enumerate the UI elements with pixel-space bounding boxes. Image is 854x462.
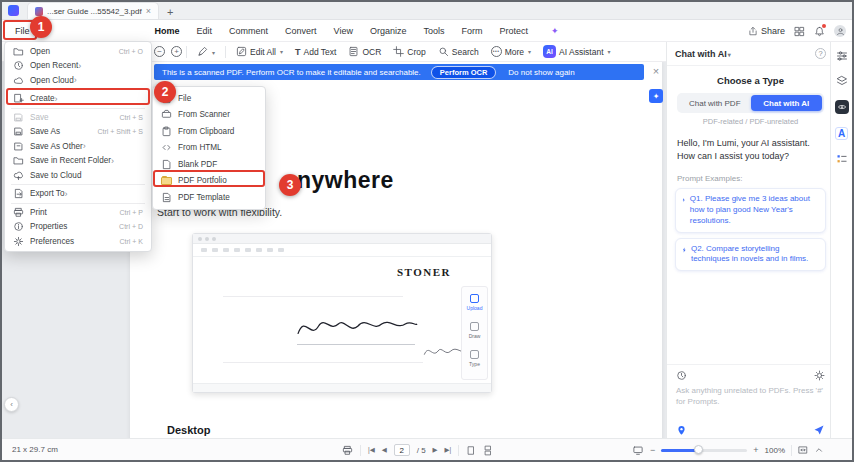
- ocr-label: OCR: [362, 47, 381, 57]
- expand-statusbar-icon[interactable]: [814, 445, 824, 455]
- submenu-item-from-clipboard[interactable]: From Clipboard: [153, 123, 265, 140]
- checklist-icon[interactable]: [836, 153, 848, 165]
- previous-page-button[interactable]: [382, 446, 387, 454]
- chat-mode-dropdown[interactable]: Chat with AI: [675, 49, 731, 59]
- tab-protect[interactable]: Protect: [499, 26, 528, 36]
- new-tab-button[interactable]: [167, 2, 173, 20]
- tab-edit[interactable]: Edit: [197, 26, 213, 36]
- form-line: [223, 362, 423, 363]
- collapse-sidebar-button[interactable]: [4, 397, 19, 412]
- gear-icon[interactable]: [814, 370, 825, 381]
- signature-graphic: [293, 306, 421, 346]
- add-text-button[interactable]: T Add Text: [295, 47, 336, 57]
- first-page-button[interactable]: [368, 446, 375, 454]
- crop-button[interactable]: Crop: [393, 46, 425, 57]
- tab-view[interactable]: View: [334, 26, 353, 36]
- account-avatar[interactable]: [834, 25, 846, 37]
- next-page-button[interactable]: [433, 446, 438, 454]
- crop-icon: [393, 46, 404, 57]
- ai-quick-access-icon[interactable]: [649, 89, 663, 103]
- sign-option-upload[interactable]: Upload: [467, 294, 483, 311]
- edit-all-button[interactable]: Edit All: [236, 46, 283, 57]
- zoom-in-button[interactable]: [753, 445, 758, 455]
- ai-sparkle-icon[interactable]: ✦: [551, 26, 559, 36]
- menu-item-save-as-other[interactable]: Save As Other: [5, 139, 151, 154]
- submenu-item-from-scanner[interactable]: From Scanner: [153, 107, 265, 124]
- notice-close-icon[interactable]: [650, 65, 662, 77]
- sign-option-label: Upload: [467, 305, 483, 311]
- help-icon[interactable]: ?: [815, 48, 826, 59]
- ocr-button[interactable]: OCR: [348, 46, 381, 57]
- apps-grid-icon[interactable]: [794, 26, 805, 37]
- tab-organize[interactable]: Organize: [370, 26, 407, 36]
- prompt-example-q1[interactable]: Q1. Please give me 3 ideas about how to …: [675, 188, 826, 232]
- menu-item-preferences[interactable]: Preferences Ctrl + K: [5, 234, 151, 249]
- file-menu-dropdown: Open Ctrl + O Open Recent Open Cloud Cre…: [4, 41, 152, 252]
- menu-item-open-recent[interactable]: Open Recent: [5, 59, 151, 74]
- pen-icon: [197, 46, 208, 57]
- current-page-input[interactable]: 2: [394, 444, 410, 456]
- send-icon[interactable]: [813, 424, 825, 436]
- highlighter-tool[interactable]: [197, 46, 215, 57]
- tab-home[interactable]: Home: [155, 26, 180, 36]
- prompt-example-q2[interactable]: Q2. Compare storytelling techniques in n…: [675, 238, 826, 272]
- search-button[interactable]: Search: [438, 46, 479, 57]
- zoom-out-tool-icon[interactable]: −: [154, 46, 165, 57]
- sign-option-type[interactable]: Type: [469, 350, 480, 367]
- history-clock-icon[interactable]: [676, 370, 687, 381]
- submenu-item-from-html[interactable]: From HTML: [153, 140, 265, 157]
- notification-bell-icon[interactable]: [814, 26, 825, 37]
- menu-item-properties[interactable]: Properties Ctrl + D: [5, 220, 151, 235]
- do-not-show-again-link[interactable]: Do not show again: [508, 68, 574, 77]
- document-tab[interactable]: ...ser Guide ...55542_3.pdf: [27, 2, 159, 19]
- zoom-in-tool-icon[interactable]: +: [171, 46, 182, 57]
- translate-icon[interactable]: [835, 127, 848, 140]
- ai-assistant-button[interactable]: AI AI Assistant: [543, 45, 610, 58]
- menu-item-save[interactable]: Save Ctrl + S: [5, 110, 151, 125]
- pen-caret-icon[interactable]: [211, 47, 215, 57]
- reader-eye-badge-icon[interactable]: [835, 100, 849, 114]
- panel-settings-icon[interactable]: [836, 50, 848, 62]
- zoom-out-button[interactable]: [650, 445, 655, 455]
- tab-convert[interactable]: Convert: [285, 26, 317, 36]
- menu-label: Save As Other: [30, 142, 83, 151]
- ai-input-placeholder[interactable]: Ask anything unrelated to PDFs. Press '#…: [667, 384, 834, 410]
- pdf-file-icon: [35, 7, 43, 16]
- share-button[interactable]: Share: [748, 26, 785, 36]
- submenu-item-pdf-template[interactable]: PDF Template: [153, 189, 265, 206]
- chat-with-pdf-option[interactable]: Chat with PDF: [679, 95, 751, 111]
- last-page-button[interactable]: [445, 446, 452, 454]
- fit-width-icon[interactable]: [798, 445, 808, 455]
- layers-icon[interactable]: [836, 75, 848, 87]
- menu-shortcut: Ctrl + P: [119, 209, 143, 216]
- zoom-slider-knob[interactable]: [694, 445, 703, 454]
- zoom-slider[interactable]: [661, 449, 747, 452]
- menu-item-export-to[interactable]: Export To: [5, 187, 151, 202]
- sign-option-draw[interactable]: Draw: [469, 322, 481, 339]
- chat-with-ai-option[interactable]: Chat with AI: [751, 95, 823, 111]
- single-page-view-icon[interactable]: [466, 445, 476, 456]
- menu-item-save-to-cloud[interactable]: Save to Cloud: [5, 168, 151, 183]
- add-text-icon: T: [295, 47, 301, 57]
- ai-chat-panel: Chat with AI ? Choose a Type Chat with P…: [666, 42, 834, 442]
- preferences-gear-icon: [13, 236, 24, 247]
- menu-item-print[interactable]: Print Ctrl + P: [5, 205, 151, 220]
- tab-tools[interactable]: Tools: [423, 26, 444, 36]
- print-icon[interactable]: [342, 445, 353, 456]
- menu-item-save-as[interactable]: Save As Ctrl + Shift + S: [5, 125, 151, 140]
- tab-comment[interactable]: Comment: [229, 26, 268, 36]
- menu-label: Properties: [30, 222, 67, 231]
- menu-item-save-in-recent-folder[interactable]: Save in Recent Folder: [5, 154, 151, 169]
- pin-icon[interactable]: [676, 425, 687, 436]
- presentation-icon[interactable]: [632, 445, 644, 456]
- continuous-scroll-icon[interactable]: [483, 445, 493, 456]
- close-tab-icon[interactable]: [146, 6, 151, 16]
- more-button[interactable]: ••• More: [491, 46, 531, 57]
- perform-ocr-button[interactable]: Perform OCR: [431, 66, 497, 79]
- scanned-pdf-notice: This is a scanned PDF. Perform OCR to ma…: [154, 64, 644, 80]
- menu-shortcut: Ctrl + Shift + S: [97, 128, 143, 135]
- person-icon: [836, 27, 845, 36]
- tab-form[interactable]: Form: [461, 26, 482, 36]
- menu-item-open[interactable]: Open Ctrl + O: [5, 44, 151, 59]
- menu-item-open-cloud[interactable]: Open Cloud: [5, 73, 151, 88]
